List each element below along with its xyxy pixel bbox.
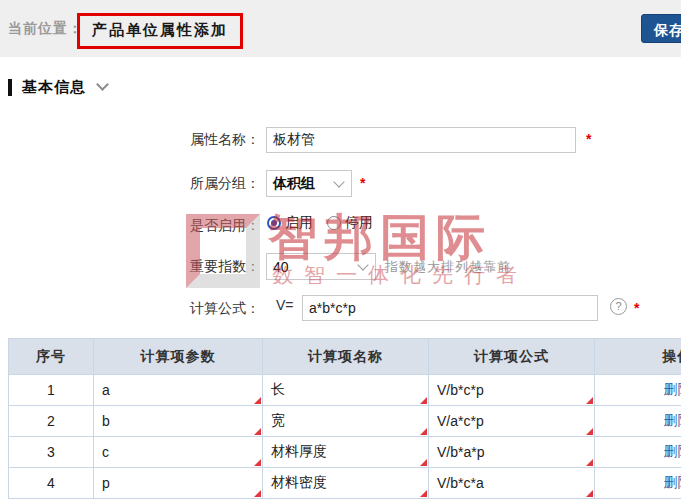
formula-label: 计算公式：: [120, 300, 260, 318]
page-title: 产品单位属性添加: [77, 13, 243, 49]
cell-name[interactable]: 宽: [263, 406, 429, 437]
radio-unselected-icon[interactable]: [327, 216, 341, 230]
formula-prefix: V=: [276, 297, 294, 313]
cell-no: 4: [9, 468, 94, 499]
delete-link[interactable]: 删除: [664, 443, 681, 459]
section-bar: [8, 79, 12, 96]
chevron-down-icon: [333, 176, 344, 187]
required-asterisk: *: [586, 131, 591, 147]
cell-no: 1: [9, 375, 94, 406]
importance-hint: 指数越大排列越靠前: [385, 258, 511, 276]
importance-select-value: 40: [273, 259, 351, 275]
radio-selected-icon[interactable]: [267, 216, 281, 230]
chevron-down-icon: [357, 259, 368, 270]
delete-link[interactable]: 删除: [664, 412, 681, 428]
cell-param[interactable]: b: [94, 406, 263, 437]
cell-formula[interactable]: V/b*c*a: [429, 468, 595, 499]
cell-param[interactable]: p: [94, 468, 263, 499]
section-title: 基本信息: [22, 78, 86, 97]
col-header-name: 计算项名称: [263, 339, 429, 375]
group-label: 所属分组：: [120, 175, 260, 193]
table-row: 3 c 材料厚度 V/b*a*p 删除: [9, 437, 681, 468]
cell-no: 3: [9, 437, 94, 468]
col-header-formula: 计算项公式: [429, 339, 595, 375]
attribute-name-label: 属性名称：: [120, 131, 260, 149]
section-basic-info[interactable]: 基本信息: [8, 78, 107, 97]
attribute-name-input[interactable]: [266, 127, 576, 153]
cell-name[interactable]: 长: [263, 375, 429, 406]
save-button[interactable]: 保存: [641, 14, 681, 43]
formula-input[interactable]: [302, 295, 598, 321]
group-select-value: 体积组: [273, 175, 327, 193]
required-asterisk: *: [360, 175, 365, 191]
table-row: 4 p 材料密度 V/b*c*a 删除: [9, 468, 681, 499]
enabled-radio-group: 启用 停用: [267, 214, 387, 232]
table-row: 1 a 长 V/b*c*p 删除: [9, 375, 681, 406]
col-header-param: 计算项参数: [94, 339, 263, 375]
cell-formula[interactable]: V/b*c*p: [429, 375, 595, 406]
col-header-no: 序号: [9, 339, 94, 375]
cell-no: 2: [9, 406, 94, 437]
radio-label: 启用: [285, 214, 313, 232]
cell-param[interactable]: c: [94, 437, 263, 468]
required-asterisk: *: [634, 300, 639, 316]
page: 当前位置： 产品单位属性添加 保存 基本信息 属性名称： * 所属分组： 体积组…: [0, 0, 681, 502]
cell-formula[interactable]: V/a*c*p: [429, 406, 595, 437]
cell-formula[interactable]: V/b*a*p: [429, 437, 595, 468]
table-row: 2 b 宽 V/a*c*p 删除: [9, 406, 681, 437]
cell-name[interactable]: 材料密度: [263, 468, 429, 499]
col-header-action: 操作: [595, 339, 681, 375]
group-select[interactable]: 体积组: [266, 170, 352, 197]
cell-name[interactable]: 材料厚度: [263, 437, 429, 468]
enabled-label: 是否启用：: [120, 217, 260, 235]
cell-param[interactable]: a: [94, 375, 263, 406]
breadcrumb: 当前位置：: [8, 20, 83, 38]
calc-items-table: 序号 计算项参数 计算项名称 计算项公式 操作 1 a 长 V/b*c*p 删除…: [8, 338, 681, 499]
help-icon[interactable]: ?: [610, 298, 627, 315]
delete-link[interactable]: 删除: [664, 381, 681, 397]
chevron-down-icon: [96, 78, 109, 91]
table-header-row: 序号 计算项参数 计算项名称 计算项公式 操作: [9, 339, 681, 375]
radio-option-disabled[interactable]: 停用: [327, 214, 373, 232]
radio-option-enabled[interactable]: 启用: [267, 214, 313, 232]
importance-select[interactable]: 40: [266, 253, 376, 280]
importance-label: 重要指数：: [120, 258, 260, 276]
top-bar: 当前位置： 产品单位属性添加 保存: [0, 0, 681, 57]
delete-link[interactable]: 删除: [664, 474, 681, 490]
radio-label: 停用: [345, 214, 373, 232]
